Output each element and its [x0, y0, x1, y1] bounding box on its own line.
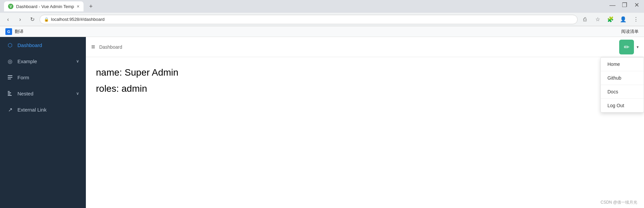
main-content: ≡ Dashboard ✏ ▾ Home Github Docs Log Out… [86, 37, 644, 208]
sidebar-item-nested[interactable]: Nested ∨ [0, 85, 86, 101]
toolbar-actions: ⎙ ☆ 🧩 👤 ⋮ [580, 15, 641, 24]
translate-actions: 阅读清单 [621, 29, 639, 35]
sidebar: ⬡ Dashboard ◎ Example ∨ Form [0, 37, 86, 208]
avatar-icon: ✏ [624, 43, 630, 51]
breadcrumb: Dashboard [99, 44, 122, 50]
user-name-display: name: Super Admin [96, 67, 634, 78]
sidebar-item-label: Example [17, 58, 72, 64]
user-roles-display: roles: admin [96, 83, 634, 94]
example-chevron-icon: ∨ [76, 59, 79, 64]
sidebar-item-form[interactable]: Form [0, 69, 86, 85]
maximize-button[interactable]: ❐ [621, 2, 628, 8]
hamburger-button[interactable]: ≡ [91, 43, 95, 51]
extensions-icon[interactable]: 🧩 [606, 15, 615, 24]
browser-titlebar: V Dashboard - Vue Admin Temp × + — ❐ ✕ [0, 0, 644, 13]
dropdown-menu: Home Github Docs Log Out [600, 57, 644, 113]
tab-close-button[interactable]: × [77, 4, 79, 9]
account-icon[interactable]: 👤 [619, 15, 628, 24]
app-header: ≡ Dashboard ✏ ▾ Home Github Docs Log Out [86, 37, 644, 57]
translate-favicon: G [5, 28, 12, 35]
sidebar-item-label: Form [17, 75, 79, 80]
watermark: CSDN @借一续月光 [600, 200, 637, 205]
browser-toolbar: ‹ › ↻ 🔒 localhost:9528/#/dashboard ⎙ ☆ 🧩… [0, 13, 644, 26]
sidebar-item-label: External Link [17, 107, 79, 113]
reading-list-text[interactable]: 阅读清单 [621, 29, 639, 35]
svg-rect-3 [8, 91, 10, 92]
dropdown-item-github[interactable]: Github [601, 71, 644, 85]
sidebar-item-label: Nested [17, 91, 72, 96]
menu-icon[interactable]: ⋮ [631, 15, 641, 24]
translate-bar: G 翻译 阅读清单 [0, 26, 644, 37]
external-link-icon: ↗ [7, 106, 13, 113]
sidebar-item-dashboard[interactable]: ⬡ Dashboard [0, 37, 86, 53]
avatar-dropdown-arrow[interactable]: ▾ [637, 45, 639, 49]
example-icon: ◎ [7, 58, 13, 65]
refresh-button[interactable]: ↻ [28, 15, 37, 24]
back-button[interactable]: ‹ [3, 15, 13, 24]
dropdown-item-logout[interactable]: Log Out [601, 99, 644, 112]
tab-title: Dashboard - Vue Admin Temp [16, 4, 74, 9]
new-tab-button[interactable]: + [86, 2, 96, 11]
address-lock-icon: 🔒 [44, 17, 49, 22]
nested-chevron-icon: ∨ [76, 91, 79, 96]
svg-rect-5 [8, 94, 10, 94]
minimize-button[interactable]: — [609, 2, 616, 8]
svg-rect-6 [8, 95, 12, 96]
tab-favicon: V [8, 4, 13, 9]
star-icon[interactable]: ☆ [593, 15, 602, 24]
sidebar-item-example[interactable]: ◎ Example ∨ [0, 53, 86, 69]
translate-text: 翻译 [15, 29, 23, 35]
svg-rect-4 [8, 92, 11, 93]
avatar-button[interactable]: ✏ [619, 40, 634, 54]
page-content: name: Super Admin roles: admin [86, 57, 644, 208]
browser-chrome: V Dashboard - Vue Admin Temp × + — ❐ ✕ ‹… [0, 0, 644, 37]
svg-rect-1 [8, 77, 12, 78]
close-window-button[interactable]: ✕ [633, 2, 640, 8]
sidebar-item-external-link[interactable]: ↗ External Link [0, 101, 86, 118]
nested-icon [7, 90, 13, 97]
address-text: localhost:9528/#/dashboard [51, 17, 573, 22]
forward-button[interactable]: › [15, 15, 25, 24]
svg-rect-2 [8, 79, 11, 79]
dashboard-icon: ⬡ [7, 42, 13, 48]
svg-rect-0 [8, 75, 12, 76]
share-icon[interactable]: ⎙ [580, 15, 590, 24]
sidebar-item-label: Dashboard [17, 42, 79, 48]
address-bar[interactable]: 🔒 localhost:9528/#/dashboard [40, 15, 578, 24]
dropdown-item-docs[interactable]: Docs [601, 85, 644, 99]
browser-tab[interactable]: V Dashboard - Vue Admin Temp × [4, 1, 84, 11]
form-icon [7, 74, 13, 81]
dropdown-item-home[interactable]: Home [601, 57, 644, 71]
header-right: ✏ ▾ [619, 40, 639, 54]
app-layout: ⬡ Dashboard ◎ Example ∨ Form [0, 37, 644, 208]
